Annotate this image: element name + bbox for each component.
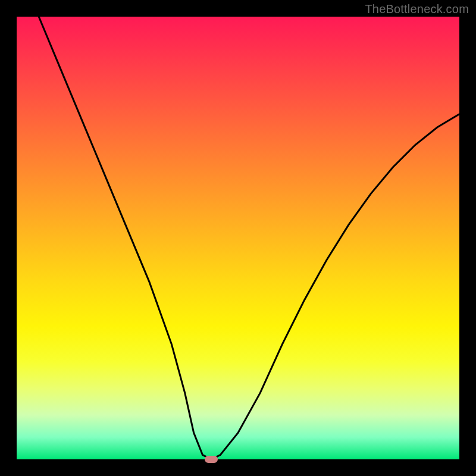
watermark-text: TheBottleneck.com <box>365 2 469 16</box>
bottleneck-curve <box>39 17 459 459</box>
optimal-marker <box>205 456 218 463</box>
curve-svg <box>17 17 459 459</box>
plot-area <box>17 17 459 459</box>
chart-frame: TheBottleneck.com <box>0 0 476 476</box>
